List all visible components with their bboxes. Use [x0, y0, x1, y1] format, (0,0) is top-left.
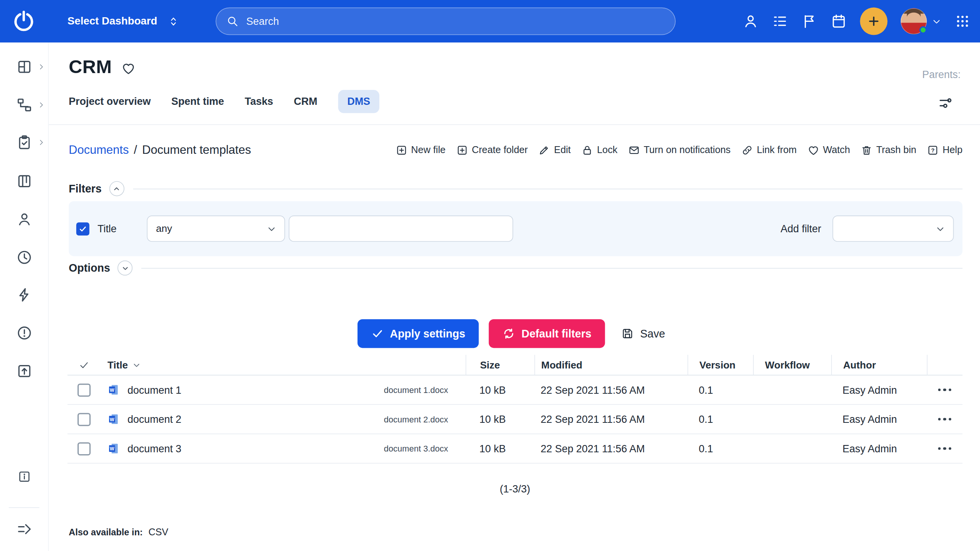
edit-button[interactable]: Edit — [538, 144, 570, 156]
new-file-button[interactable]: New file — [395, 144, 446, 156]
document-title-link[interactable]: document 3 — [127, 443, 181, 455]
tab-tasks[interactable]: Tasks — [245, 90, 273, 113]
plus-icon — [867, 15, 880, 28]
apply-settings-button[interactable]: Apply settings — [358, 319, 479, 348]
title-filter-checkbox[interactable] — [76, 222, 89, 235]
column-header-size[interactable]: Size — [466, 355, 534, 375]
sidebar-users-icon[interactable] — [16, 211, 32, 227]
breadcrumb-documents-link[interactable]: Documents — [69, 143, 129, 157]
favorite-heart-icon[interactable] — [121, 61, 136, 75]
csv-export-link[interactable]: CSV — [149, 527, 168, 538]
row-checkbox-cell — [67, 442, 100, 455]
version-cell: 0.1 — [688, 443, 753, 455]
chevron-right-icon[interactable] — [38, 63, 45, 71]
row-actions-menu[interactable] — [927, 418, 962, 421]
default-filters-button[interactable]: Default filters — [489, 319, 605, 348]
sidebar-time-icon[interactable] — [16, 249, 32, 265]
plus-square-icon — [395, 144, 407, 156]
row-checkbox-cell — [67, 412, 100, 425]
sidebar-expand-icon[interactable] — [16, 521, 32, 537]
row-checkbox[interactable] — [77, 442, 90, 455]
sidebar-dashboard-icon[interactable] — [16, 59, 32, 75]
dashboard-selector-label: Select Dashboard — [67, 15, 157, 28]
column-header-title[interactable]: Title — [100, 355, 466, 375]
check-icon — [78, 360, 89, 370]
chevron-down-icon — [266, 223, 277, 234]
chevron-right-icon[interactable] — [38, 139, 45, 146]
options-expand-toggle[interactable] — [118, 261, 132, 276]
document-title-link[interactable]: document 1 — [127, 384, 181, 396]
app-logo[interactable] — [8, 5, 40, 37]
row-actions-menu[interactable] — [927, 388, 962, 391]
apps-grid-icon[interactable] — [955, 14, 970, 29]
user-icon[interactable] — [743, 13, 759, 29]
title-operator-select[interactable]: any — [147, 215, 285, 242]
tab-project-overview[interactable]: Project overview — [69, 90, 151, 113]
row-checkbox-cell — [67, 383, 100, 396]
modified-cell: 22 Sep 2021 11:56 AM — [534, 413, 688, 425]
sidebar-kanban-icon[interactable] — [16, 173, 32, 189]
row-checkbox[interactable] — [77, 383, 90, 396]
sidebar-quick-actions-icon[interactable] — [16, 287, 32, 303]
sidebar-tasks-icon[interactable] — [16, 134, 32, 150]
tasks-list-icon[interactable] — [772, 13, 788, 29]
help-icon — [927, 144, 939, 156]
section-divider — [141, 268, 962, 269]
document-filename: document 2.docx — [384, 414, 466, 424]
user-menu[interactable] — [901, 8, 942, 34]
filters-panel: Title any Add filter — [69, 201, 963, 256]
row-actions-menu[interactable] — [927, 447, 962, 450]
filters-collapse-toggle[interactable] — [109, 181, 124, 196]
avatar[interactable] — [901, 8, 927, 34]
documents-toolbar-row: Documents / Document templates New file … — [69, 136, 963, 164]
app-window: Select Dashboard — [0, 0, 980, 551]
table-header-row: Title Size Modified Version Workflow Aut… — [67, 355, 962, 375]
create-folder-button[interactable]: Create folder — [456, 144, 528, 156]
dashboard-selector[interactable]: Select Dashboard — [67, 15, 179, 28]
add-filter-select[interactable] — [833, 215, 954, 242]
document-title-link[interactable]: document 2 — [127, 413, 181, 425]
table-body: document 1 document 1.docx 10 kB 22 Sep … — [67, 375, 962, 463]
select-all-column-header[interactable] — [67, 355, 100, 375]
search-input[interactable] — [246, 15, 665, 27]
trash-bin-button[interactable]: Trash bin — [861, 144, 916, 156]
filters-section-header: Filters — [69, 181, 963, 196]
column-header-author[interactable]: Author — [831, 355, 927, 375]
column-header-workflow[interactable]: Workflow — [753, 355, 831, 375]
chevron-up-down-icon — [167, 15, 179, 27]
tab-dms[interactable]: DMS — [338, 90, 380, 113]
chevron-up-icon — [113, 184, 121, 192]
sidebar-hierarchy-icon[interactable] — [16, 97, 32, 113]
table-row: document 3 document 3.docx 10 kB 22 Sep … — [67, 434, 962, 464]
online-status-dot — [920, 26, 927, 34]
row-checkbox[interactable] — [77, 412, 90, 425]
chevron-right-icon[interactable] — [38, 101, 45, 109]
page-settings-sliders-icon[interactable] — [938, 95, 954, 111]
tab-crm[interactable]: CRM — [294, 90, 317, 113]
word-document-icon — [108, 383, 120, 396]
lock-button[interactable]: Lock — [581, 144, 617, 156]
title-cell: document 2 document 2.docx — [100, 413, 466, 425]
help-button[interactable]: Help — [927, 144, 962, 156]
pencil-icon — [538, 144, 550, 156]
quick-add-button[interactable] — [860, 8, 888, 35]
link-from-button[interactable]: Link from — [741, 144, 797, 156]
lock-icon — [581, 144, 593, 156]
watch-button[interactable]: Watch — [807, 144, 850, 156]
column-header-modified[interactable]: Modified — [534, 355, 688, 375]
tab-spent-time[interactable]: Spent time — [172, 90, 224, 113]
save-button[interactable]: Save — [615, 319, 671, 348]
notifications-button[interactable]: Turn on notifications — [628, 144, 731, 156]
pagination-label: (1-3/3) — [67, 483, 962, 495]
title-filter-value-input[interactable] — [289, 215, 513, 242]
flag-icon[interactable] — [801, 13, 817, 29]
filters-heading: Filters — [69, 182, 102, 195]
sidebar-export-icon[interactable] — [16, 363, 32, 379]
breadcrumb-separator: / — [134, 143, 137, 157]
sidebar-alerts-icon[interactable] — [16, 325, 32, 341]
column-header-version[interactable]: Version — [688, 355, 753, 375]
refresh-icon — [503, 328, 515, 340]
sidebar-info-icon[interactable] — [18, 470, 31, 484]
calendar-icon[interactable] — [831, 13, 847, 29]
export-footer: Also available in: CSV — [69, 527, 168, 538]
